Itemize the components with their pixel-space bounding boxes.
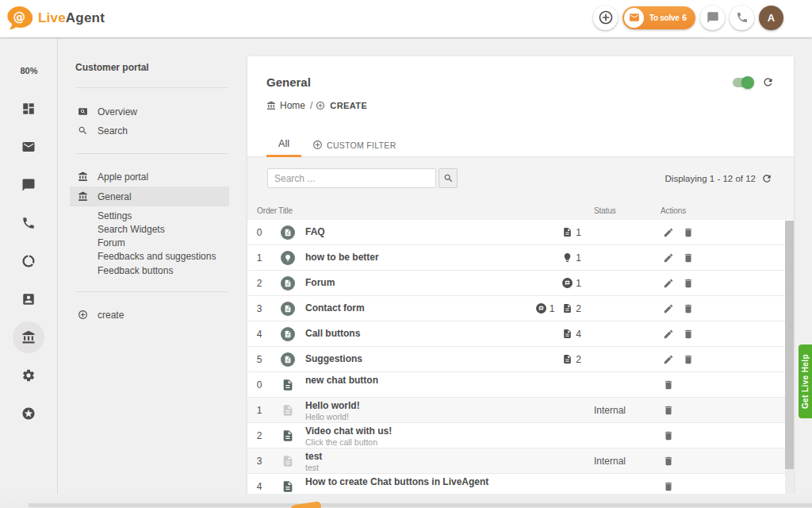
row-title[interactable]: Call buttons [305,329,360,339]
tab-all[interactable]: All [266,133,301,157]
breadcrumb: Home / CREATE [266,100,367,111]
rail-item-mail[interactable] [13,131,44,163]
row-title[interactable]: Video chat with us! [305,426,392,437]
rail-item-settings[interactable] [13,360,44,391]
edit-icon[interactable] [663,303,674,314]
row-title[interactable]: new chat button [305,375,378,386]
liveagent-logo[interactable]: @ LiveAgent [6,6,105,31]
table-row[interactable]: 5Suggestions2 [247,347,785,372]
delete-icon[interactable] [663,481,674,492]
delete-icon[interactable] [663,430,674,441]
sidebar-item-apple-portal[interactable]: Apple portal [58,167,229,187]
table-row[interactable]: 1Hello world!Hello world!Internal [247,398,785,423]
edit-icon[interactable] [663,278,674,289]
table-row[interactable]: 0FAQ1 [247,220,785,245]
rail-item-portal[interactable] [13,321,44,353]
article-dark-icon [282,379,294,391]
edit-icon[interactable] [663,252,674,264]
rail-item-reports[interactable] [13,245,44,277]
search-button[interactable] [439,168,458,188]
mail-icon [629,12,640,23]
row-order: 3 [247,448,271,473]
to-solve-button[interactable]: To solve 6 [622,6,695,29]
delete-icon[interactable] [663,456,674,467]
zoom-level[interactable]: 80% [0,66,58,75]
scrollbar-thumb[interactable] [785,221,794,469]
row-order: 4 [247,321,271,346]
divider [75,87,228,88]
sidebar-item-search-widgets[interactable]: Search Widgets [58,222,229,236]
assignment-circle-icon [281,276,295,291]
delete-icon[interactable] [683,303,694,314]
plus-circle-icon [316,101,325,110]
delete-icon[interactable] [683,354,694,365]
column-actions: Actions [661,206,686,215]
row-title[interactable]: FAQ [305,227,325,237]
row-title[interactable]: how to be better [305,252,379,263]
portal-icon [21,330,36,344]
plus-circle-icon [598,10,614,25]
table-row[interactable]: 4Call buttons4 [247,321,785,347]
edit-icon[interactable] [663,227,674,238]
get-live-help-tab[interactable]: Get Live Help [799,344,812,418]
table-row[interactable]: 3Contact form12 [247,296,785,321]
delete-icon[interactable] [663,405,674,416]
sidebar-item-feedbacks-and-suggestions[interactable]: Feedbacks and suggestions [58,249,229,263]
row-title[interactable]: How to create Chat buttons in LiveAgent [305,477,488,487]
breadcrumb-create[interactable]: CREATE [330,101,367,110]
rail-item-chat[interactable] [13,169,44,201]
row-title[interactable]: Forum [305,278,335,288]
row-title[interactable]: Contact form [305,303,365,314]
add-new-button[interactable] [593,6,618,30]
search-icon [443,173,454,183]
table-row[interactable]: 4How to create Chat buttons in LiveAgent [247,474,785,494]
avatar[interactable]: A [759,6,783,30]
sidebar-item-overview[interactable]: Overview [58,102,229,121]
edit-icon[interactable] [663,329,674,340]
search-input[interactable] [267,168,436,188]
table-row[interactable]: 1how to be better1 [247,245,785,271]
table-row[interactable]: 2Forum1 [247,271,785,296]
table-row[interactable]: 2Video chat with us!Click the call butto… [247,423,785,448]
sidebar-item-settings[interactable]: Settings [58,209,229,222]
sidebar-item-search[interactable]: Search [58,121,229,140]
settings-icon [21,368,36,383]
sidebar-item-forum[interactable]: Forum [58,236,229,249]
sidebar-item-feedback-buttons[interactable]: Feedback buttons [58,264,229,277]
delete-icon[interactable] [683,252,694,264]
row-order: 0 [247,372,271,397]
plus-circle-icon [312,140,323,150]
brand-live: Live [38,10,66,25]
row-order: 1 [247,245,271,270]
sidebar-item-general[interactable]: General [70,187,229,206]
row-title[interactable]: Suggestions [305,354,362,364]
column-status: Status [594,206,616,215]
refresh-icon[interactable] [761,173,772,184]
table-row[interactable]: 3testtestInternal [247,448,785,474]
edit-icon[interactable] [663,354,674,365]
delete-icon[interactable] [663,379,674,391]
column-title: Title [278,206,293,215]
rail-item-dashboard[interactable] [13,93,44,125]
table-row[interactable]: 0new chat button [247,372,785,398]
row-title[interactable]: test [305,452,322,462]
delete-icon[interactable] [683,278,694,289]
rail-item-phone[interactable] [13,207,44,239]
to-solve-badge [624,8,644,28]
row-title[interactable]: Hello world! [305,401,360,411]
rail-item-star[interactable] [13,398,44,429]
refresh-icon[interactable] [762,76,774,88]
breadcrumb-home[interactable]: Home [280,100,305,111]
rail-item-contacts[interactable] [13,283,44,315]
sidebar-item-label: Search [98,125,128,137]
sidebar-item-create[interactable]: create [58,305,229,325]
chats-button[interactable] [700,6,725,30]
assignment-circle-icon [281,327,295,341]
calls-button[interactable] [730,6,754,30]
delete-icon[interactable] [683,227,694,238]
phone-icon [736,11,749,24]
portal-enabled-toggle[interactable] [733,78,752,87]
delete-icon[interactable] [683,329,694,340]
tab-custom-filter[interactable]: CUSTOM FILTER [312,133,396,157]
table-scrollbar[interactable] [785,221,794,494]
